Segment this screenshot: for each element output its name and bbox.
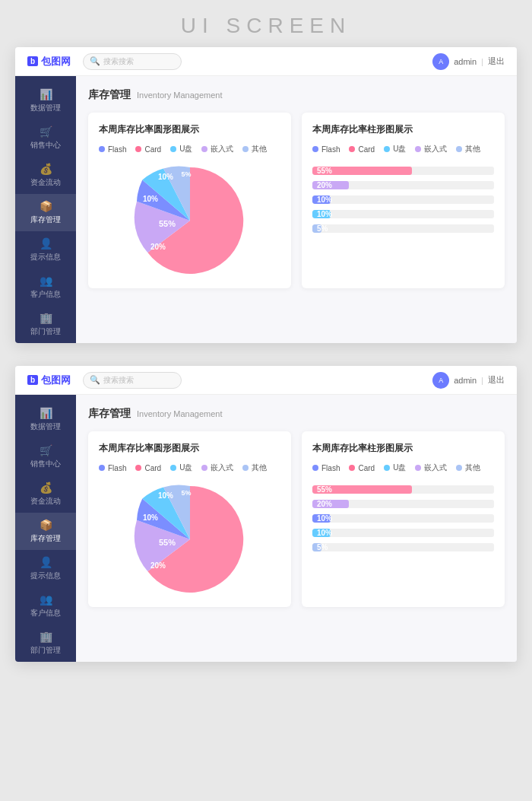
pie-legend: Flash Card U盘 嵌入式 [99, 144, 280, 154]
data-icon-2: 📊 [40, 407, 52, 419]
sidebar-item-departments[interactable]: 🏢 部门管理 [15, 306, 76, 343]
pie-legend-2: Flash Card U盘 嵌入式 [99, 462, 280, 473]
bar-legend-label-udisk-2: U盘 [393, 462, 406, 473]
bar-chart-card-2: 本周库存比率柱形图展示 Flash Card U盘 [302, 431, 505, 607]
page-title: UI SCREEN [0, 0, 532, 47]
legend-embedded-2: 嵌入式 [201, 462, 233, 473]
logo-text-2: 包图网 [41, 373, 71, 387]
bar-fill-4: 10% [312, 210, 331, 218]
sidebar-item-notice-2[interactable]: 👤 提示信息 [15, 550, 76, 587]
main-layout-2: 📊 数据管理 🛒 销售中心 💰 资金流动 📦 库存管理 👤 提示信息 👥 [15, 395, 517, 662]
bar-legend-other: 其他 [456, 144, 480, 154]
avatar: A [432, 53, 449, 70]
bar-legend-dot-other-2 [456, 465, 462, 471]
customers-icon: 👥 [40, 275, 52, 287]
sidebar-item-label-2: 提示信息 [30, 571, 61, 581]
legend-label-other-2: 其他 [252, 462, 267, 473]
legend-card-2: Card [135, 462, 161, 473]
bar-chart-title-2: 本周库存比率柱形图展示 [312, 442, 494, 455]
sidebar-item-departments-2[interactable]: 🏢 部门管理 [15, 625, 76, 662]
sidebar-item-notice[interactable]: 👤 提示信息 [15, 231, 76, 269]
legend-dot-udisk-2 [170, 465, 176, 471]
bar-fill-2-2: 20% [312, 500, 349, 508]
sidebar-item-data[interactable]: 📊 数据管理 [15, 82, 76, 119]
legend-flash: Flash [99, 144, 126, 154]
logo-icon-2: b [27, 375, 38, 385]
sales-icon: 🛒 [40, 126, 52, 138]
bar-fill-3-2: 10% [312, 514, 331, 523]
charts-row-2: 本周库存比率圆形图展示 Flash Card U盘 [88, 431, 505, 607]
pie-chart-title-2: 本周库存比率圆形图展示 [99, 442, 280, 455]
finance-icon: 💰 [40, 163, 52, 175]
bar-fill-5: 5% [312, 224, 321, 233]
sidebar-item-data-2[interactable]: 📊 数据管理 [15, 401, 76, 438]
sidebar-item-label-2: 数据管理 [30, 421, 61, 432]
sidebar-item-finance-2[interactable]: 💰 资金流动 [15, 475, 76, 513]
bar-legend-embedded-2: 嵌入式 [415, 462, 447, 473]
bar-legend-label-other: 其他 [465, 144, 480, 154]
pie-svg-2: 55% 20% 10% 10% 5% [129, 478, 251, 600]
logout-button[interactable]: 退出 [488, 56, 505, 67]
bar-legend-label-card: Card [358, 145, 375, 154]
search-placeholder: 搜索搜索 [103, 56, 134, 67]
bar-legend-label-flash: Flash [321, 145, 340, 154]
pie-chart-container-2: 55% 20% 10% 10% 5% [99, 482, 280, 596]
legend-dot-card-2 [135, 465, 141, 471]
bar-legend-dot-flash-2 [312, 465, 318, 471]
departments-icon: 🏢 [40, 312, 52, 324]
customers-icon-2: 👥 [40, 593, 52, 606]
legend-udisk-2: U盘 [170, 462, 192, 473]
bar-label-3: 10% [317, 195, 332, 204]
bar-legend-other-2: 其他 [456, 462, 480, 473]
screen-2: b 包图网 🔍 搜索搜索 A admin | 退出 📊 数据管理 🛒 销售中心 [15, 366, 517, 662]
sidebar-item-sales[interactable]: 🛒 销售中心 [15, 119, 76, 157]
logout-button-2[interactable]: 退出 [488, 374, 505, 386]
bar-legend-embedded: 嵌入式 [415, 144, 447, 154]
search-box-2[interactable]: 🔍 搜索搜索 [83, 372, 182, 389]
topbar: b 包图网 🔍 搜索搜索 A admin | 退出 [15, 47, 517, 76]
bar-fill-2: 20% [312, 181, 349, 189]
bar-label-1-2: 55% [317, 485, 332, 494]
page-header: 库存管理 Inventory Management [88, 88, 505, 102]
bar-track-1: 55% [312, 167, 494, 175]
pie-svg: 55% 20% 10% 10% 5% [129, 160, 251, 281]
bar-legend-label-card-2: Card [358, 464, 375, 472]
legend-label-embedded: 嵌入式 [211, 144, 233, 154]
data-icon: 📊 [40, 88, 52, 100]
bar-legend: Flash Card U盘 嵌入式 [312, 144, 494, 154]
sidebar-item-label-2: 资金流动 [30, 496, 61, 507]
bar-chart-card: 本周库存比率柱形图展示 Flash Card U盘 [302, 113, 505, 288]
sidebar-item-finance[interactable]: 💰 资金流动 [15, 157, 76, 194]
search-box[interactable]: 🔍 搜索搜索 [83, 53, 182, 70]
bar-track-3: 10% [312, 195, 494, 204]
sidebar-item-customers[interactable]: 👥 客户信息 [15, 269, 76, 306]
pie-label-embedded: 5% [181, 170, 191, 178]
bar-legend-card-2: Card [349, 462, 375, 473]
sidebar-item-inventory-2[interactable]: 📦 库存管理 [15, 513, 76, 550]
legend-flash-2: Flash [99, 462, 126, 473]
page-header-sub: Inventory Management [137, 91, 223, 100]
bar-legend-udisk-2: U盘 [384, 462, 406, 473]
legend-dot-other-2 [242, 465, 249, 471]
page-header-main: 库存管理 [88, 88, 131, 102]
legend-label-udisk: U盘 [179, 144, 192, 154]
page-header-main-2: 库存管理 [88, 407, 131, 421]
pie-label-flash: 10% [142, 195, 157, 203]
main-layout: 📊 数据管理 🛒 销售中心 💰 资金流动 📦 库存管理 👤 提示信息 👥 [15, 76, 517, 343]
pie-label-udisk-2: 10% [157, 491, 173, 500]
topbar-2: b 包图网 🔍 搜索搜索 A admin | 退出 [15, 366, 517, 395]
sidebar-item-customers-2[interactable]: 👥 客户信息 [15, 587, 76, 625]
bar-legend-label-other-2: 其他 [465, 462, 480, 473]
sidebar-item-label: 数据管理 [30, 103, 61, 113]
bar-track-2-2: 20% [312, 500, 494, 508]
charts-row: 本周库存比率圆形图展示 Flash Card U盘 [88, 113, 505, 288]
departments-icon-2: 🏢 [40, 631, 52, 643]
legend-other-2: 其他 [242, 462, 267, 473]
pie-label-other: 20% [150, 243, 165, 251]
sidebar-2: 📊 数据管理 🛒 销售中心 💰 资金流动 📦 库存管理 👤 提示信息 👥 [15, 395, 76, 662]
sidebar-item-inventory[interactable]: 📦 库存管理 [15, 194, 76, 231]
sidebar-item-sales-2[interactable]: 🛒 销售中心 [15, 438, 76, 475]
finance-icon-2: 💰 [40, 482, 52, 494]
topbar-right: A admin | 退出 [432, 53, 505, 70]
legend-card: Card [135, 144, 161, 154]
